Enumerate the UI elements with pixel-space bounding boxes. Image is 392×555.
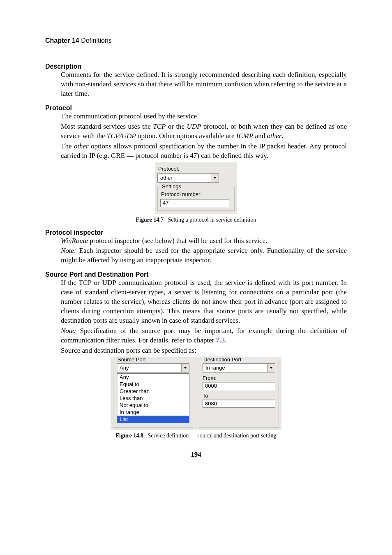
text: Most standard services uses the: [61, 123, 153, 130]
chapter-label: Chapter 14: [45, 37, 79, 44]
protocol-number-label: Protocol number:: [161, 191, 231, 197]
protocol-body: The communication protocol used by the s…: [61, 112, 347, 161]
term-inspector: Protocol inspector: [45, 229, 347, 236]
list-item[interactable]: Equal to: [117, 381, 189, 388]
source-port-listbox[interactable]: Any Equal to Greater than Less than Not …: [117, 373, 189, 423]
protocol-dialog: Protocol: other Settings Protocol number…: [155, 162, 237, 214]
text: Each inspector should be used for the ap…: [61, 247, 347, 264]
settings-legend: Settings: [160, 183, 183, 190]
text: Specification of the source port may be …: [61, 327, 347, 344]
text-italic: Note:: [61, 327, 76, 335]
link-chapter-7-3[interactable]: 7.3: [216, 336, 225, 344]
protocol-number-input[interactable]: 47: [160, 199, 229, 207]
text: and: [253, 132, 267, 140]
chevron-down-icon[interactable]: [211, 174, 219, 182]
text-italic: ICMP: [236, 132, 254, 140]
figure-14-8-caption: Figure 14.8 Service definition — source …: [45, 432, 347, 439]
ports-p1: If the TCP or UDP communication protocol…: [61, 278, 347, 326]
text: or the: [166, 123, 187, 130]
svg-marker-1: [184, 367, 187, 369]
running-header: Chapter 14 Definitions: [45, 37, 347, 47]
destination-port-legend: Destination Port: [202, 356, 243, 363]
figure-14-7: Protocol: other Settings Protocol number…: [45, 162, 347, 223]
protocol-p1: The communication protocol used by the s…: [61, 112, 347, 121]
settings-fieldset: Settings Protocol number: 47: [157, 187, 235, 211]
source-port-combo-value: Any: [117, 364, 181, 372]
term-ports: Source Port and Destination Port: [45, 271, 347, 278]
caption-text: Service definition — source and destinat…: [148, 432, 276, 439]
list-item[interactable]: Less than: [117, 395, 189, 402]
chevron-down-icon[interactable]: [267, 364, 275, 372]
text: .: [281, 132, 283, 140]
protocol-combo-value: other: [158, 174, 211, 182]
term-description: Description: [45, 63, 347, 70]
protocol-label: Protocol:: [158, 166, 234, 172]
caption-bold: Figure 14.7: [136, 217, 164, 223]
list-item[interactable]: Greater than: [117, 388, 189, 395]
from-input[interactable]: 8000: [203, 382, 275, 390]
list-item[interactable]: In range: [117, 409, 189, 416]
source-port-fieldset: Source Port Any Any Equal to Greater tha…: [113, 360, 193, 428]
ports-p2: Note: Specification of the source port m…: [61, 326, 347, 345]
caption-text: Setting a protocol in service definition: [168, 217, 256, 223]
text: The: [61, 142, 74, 150]
inspector-body: WinRoute protocol inspector (see below) …: [61, 236, 347, 266]
term-protocol: Protocol: [45, 104, 347, 112]
chevron-down-icon[interactable]: [181, 364, 189, 372]
text: option. Other options available are: [136, 132, 236, 140]
description-text: Comments for the service defined. It is …: [61, 70, 347, 99]
svg-marker-0: [213, 177, 217, 179]
protocol-combo[interactable]: other: [157, 173, 219, 183]
text-italic: WinRoute: [61, 237, 88, 245]
caption-bold: Figure 14.8: [116, 432, 143, 439]
text-italic: TCP/UDP: [107, 132, 136, 140]
chapter-title: Definitions: [81, 37, 112, 44]
list-item[interactable]: Not equal to: [117, 402, 189, 409]
to-label: To:: [203, 393, 275, 399]
protocol-p2: Most standard services uses the TCP or t…: [61, 122, 347, 141]
page: Chapter 14 Definitions Description Comme…: [0, 0, 392, 483]
text: options allows protocol specification by…: [61, 142, 347, 160]
inspector-p1: WinRoute protocol inspector (see below) …: [61, 236, 347, 246]
text: .: [225, 336, 226, 344]
inspector-p2: Note: Each inspector should be used for …: [61, 246, 347, 265]
ports-body: If the TCP or UDP communication protocol…: [61, 278, 347, 356]
description-body: Comments for the service defined. It is …: [61, 70, 347, 99]
destination-port-combo[interactable]: In range: [203, 363, 275, 372]
source-port-combo[interactable]: Any: [117, 363, 189, 372]
to-input[interactable]: 8080: [203, 400, 275, 408]
page-number: 194: [45, 451, 347, 459]
text-italic: TCP: [153, 123, 166, 130]
source-port-legend: Source Port: [116, 356, 148, 363]
protocol-p3: The other options allows protocol specif…: [61, 142, 347, 161]
ports-dialog: Source Port Any Any Equal to Greater tha…: [111, 357, 281, 430]
figure-14-8: Source Port Any Any Equal to Greater tha…: [45, 357, 347, 439]
figure-14-7-caption: Figure 14.7 Setting a protocol in servic…: [45, 217, 347, 223]
svg-marker-2: [270, 367, 273, 369]
text: protocol inspector (see below) that will…: [88, 237, 267, 245]
destination-port-combo-value: In range: [203, 364, 267, 372]
text-italic: Note:: [61, 247, 76, 254]
ports-p3: Source and destination ports can be spec…: [61, 346, 347, 356]
list-item-selected[interactable]: List: [117, 416, 189, 423]
text-italic: other: [74, 142, 89, 150]
from-label: From:: [203, 375, 275, 381]
text-italic: UDP: [187, 123, 201, 130]
destination-port-fieldset: Destination Port In range From: 8000 To:…: [199, 360, 279, 428]
list-item[interactable]: Any: [117, 374, 189, 381]
text-italic: other: [267, 132, 281, 140]
